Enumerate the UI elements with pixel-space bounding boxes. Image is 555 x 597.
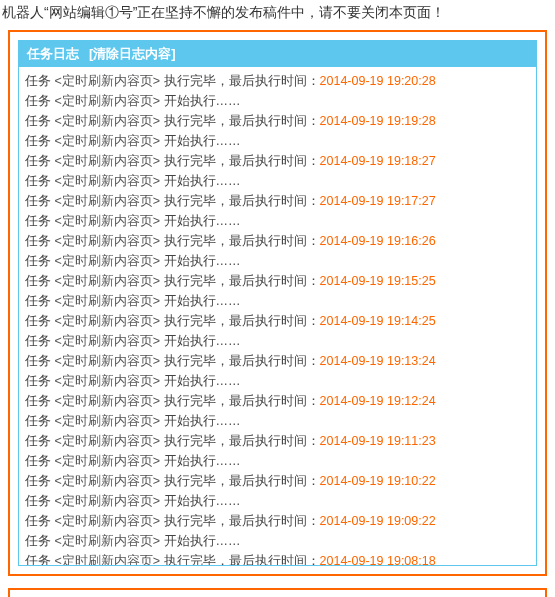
log-timestamp: 2014-09-19 19:17:27 [320, 194, 436, 208]
log-line: 任务 <定时刷新内容页> 执行完毕，最后执行时间：2014-09-19 19:1… [25, 191, 530, 211]
log-timestamp: 2014-09-19 19:09:22 [320, 514, 436, 528]
log-start-text: 开始执行…… [164, 334, 241, 348]
log-done-text: 执行完毕，最后执行时间： [164, 554, 320, 565]
log-task-prefix: 任务 [25, 334, 54, 348]
log-start-text: 开始执行…… [164, 374, 241, 388]
log-line: 任务 <定时刷新内容页> 开始执行…… [25, 411, 530, 431]
log-timestamp: 2014-09-19 19:20:28 [320, 74, 436, 88]
log-line: 任务 <定时刷新内容页> 开始执行…… [25, 131, 530, 151]
log-task-prefix: 任务 [25, 354, 54, 368]
log-line: 任务 <定时刷新内容页> 开始执行…… [25, 211, 530, 231]
log-task-prefix: 任务 [25, 454, 54, 468]
log-timestamp: 2014-09-19 19:18:27 [320, 154, 436, 168]
log-task-name: <定时刷新内容页> [54, 354, 163, 368]
log-timestamp: 2014-09-19 19:08:18 [320, 554, 436, 565]
log-start-text: 开始执行…… [164, 134, 241, 148]
log-line: 任务 <定时刷新内容页> 执行完毕，最后执行时间：2014-09-19 19:1… [25, 391, 530, 411]
log-done-text: 执行完毕，最后执行时间： [164, 234, 320, 248]
log-start-text: 开始执行…… [164, 294, 241, 308]
log-task-prefix: 任务 [25, 474, 54, 488]
log-task-name: <定时刷新内容页> [54, 374, 163, 388]
log-start-text: 开始执行…… [164, 414, 241, 428]
log-line: 任务 <定时刷新内容页> 执行完毕，最后执行时间：2014-09-19 19:1… [25, 311, 530, 331]
log-task-prefix: 任务 [25, 174, 54, 188]
robot-status-notice: 机器人“网站编辑①号”正在坚持不懈的发布稿件中，请不要关闭本页面！ [0, 0, 555, 30]
log-line: 任务 <定时刷新内容页> 开始执行…… [25, 491, 530, 511]
log-task-name: <定时刷新内容页> [54, 294, 163, 308]
log-task-name: <定时刷新内容页> [54, 454, 163, 468]
log-task-prefix: 任务 [25, 554, 54, 565]
log-task-prefix: 任务 [25, 154, 54, 168]
log-task-name: <定时刷新内容页> [54, 214, 163, 228]
log-task-prefix: 任务 [25, 114, 54, 128]
log-line: 任务 <定时刷新内容页> 执行完毕，最后执行时间：2014-09-19 19:0… [25, 551, 530, 565]
log-line: 任务 <定时刷新内容页> 执行完毕，最后执行时间：2014-09-19 19:1… [25, 431, 530, 451]
log-line: 任务 <定时刷新内容页> 执行完毕，最后执行时间：2014-09-19 19:1… [25, 151, 530, 171]
log-line: 任务 <定时刷新内容页> 执行完毕，最后执行时间：2014-09-19 19:1… [25, 231, 530, 251]
log-task-name: <定时刷新内容页> [54, 94, 163, 108]
log-done-text: 执行完毕，最后执行时间： [164, 354, 320, 368]
log-task-name: <定时刷新内容页> [54, 254, 163, 268]
log-task-name: <定时刷新内容页> [54, 534, 163, 548]
log-done-text: 执行完毕，最后执行时间： [164, 194, 320, 208]
log-task-name: <定时刷新内容页> [54, 514, 163, 528]
log-timestamp: 2014-09-19 19:10:22 [320, 474, 436, 488]
log-done-text: 执行完毕，最后执行时间： [164, 314, 320, 328]
log-task-prefix: 任务 [25, 134, 54, 148]
log-panel: 任务日志 [清除日志内容] 任务 <定时刷新内容页> 执行完毕，最后执行时间：2… [8, 30, 547, 576]
log-task-name: <定时刷新内容页> [54, 154, 163, 168]
log-task-prefix: 任务 [25, 74, 54, 88]
current-time-panel: 2014-09-19 19:19:56 [8, 588, 547, 597]
log-task-name: <定时刷新内容页> [54, 434, 163, 448]
log-task-prefix: 任务 [25, 94, 54, 108]
log-task-name: <定时刷新内容页> [54, 554, 163, 565]
log-task-prefix: 任务 [25, 434, 54, 448]
log-line: 任务 <定时刷新内容页> 开始执行…… [25, 171, 530, 191]
log-line: 任务 <定时刷新内容页> 开始执行…… [25, 291, 530, 311]
log-line: 任务 <定时刷新内容页> 执行完毕，最后执行时间：2014-09-19 19:1… [25, 271, 530, 291]
log-start-text: 开始执行…… [164, 494, 241, 508]
log-start-text: 开始执行…… [164, 174, 241, 188]
log-task-prefix: 任务 [25, 534, 54, 548]
log-box: 任务日志 [清除日志内容] 任务 <定时刷新内容页> 执行完毕，最后执行时间：2… [18, 40, 537, 566]
log-task-name: <定时刷新内容页> [54, 134, 163, 148]
log-timestamp: 2014-09-19 19:19:28 [320, 114, 436, 128]
log-timestamp: 2014-09-19 19:14:25 [320, 314, 436, 328]
log-start-text: 开始执行…… [164, 94, 241, 108]
log-task-prefix: 任务 [25, 194, 54, 208]
log-task-prefix: 任务 [25, 374, 54, 388]
log-done-text: 执行完毕，最后执行时间： [164, 474, 320, 488]
log-line: 任务 <定时刷新内容页> 执行完毕，最后执行时间：2014-09-19 19:0… [25, 511, 530, 531]
log-timestamp: 2014-09-19 19:16:26 [320, 234, 436, 248]
log-line: 任务 <定时刷新内容页> 执行完毕，最后执行时间：2014-09-19 19:2… [25, 71, 530, 91]
log-line: 任务 <定时刷新内容页> 开始执行…… [25, 371, 530, 391]
log-timestamp: 2014-09-19 19:11:23 [320, 434, 436, 448]
log-line: 任务 <定时刷新内容页> 执行完毕，最后执行时间：2014-09-19 19:1… [25, 111, 530, 131]
log-task-prefix: 任务 [25, 394, 54, 408]
log-task-prefix: 任务 [25, 294, 54, 308]
log-task-name: <定时刷新内容页> [54, 414, 163, 428]
log-timestamp: 2014-09-19 19:15:25 [320, 274, 436, 288]
log-line: 任务 <定时刷新内容页> 开始执行…… [25, 331, 530, 351]
log-line: 任务 <定时刷新内容页> 执行完毕，最后执行时间：2014-09-19 19:1… [25, 351, 530, 371]
log-start-text: 开始执行…… [164, 454, 241, 468]
log-start-text: 开始执行…… [164, 214, 241, 228]
log-task-name: <定时刷新内容页> [54, 174, 163, 188]
log-done-text: 执行完毕，最后执行时间： [164, 434, 320, 448]
log-line: 任务 <定时刷新内容页> 开始执行…… [25, 251, 530, 271]
log-done-text: 执行完毕，最后执行时间： [164, 514, 320, 528]
log-start-text: 开始执行…… [164, 254, 241, 268]
log-task-name: <定时刷新内容页> [54, 234, 163, 248]
log-line: 任务 <定时刷新内容页> 执行完毕，最后执行时间：2014-09-19 19:1… [25, 471, 530, 491]
log-line: 任务 <定时刷新内容页> 开始执行…… [25, 91, 530, 111]
log-done-text: 执行完毕，最后执行时间： [164, 114, 320, 128]
log-task-name: <定时刷新内容页> [54, 494, 163, 508]
clear-log-button[interactable]: [清除日志内容] [89, 45, 176, 63]
log-done-text: 执行完毕，最后执行时间： [164, 274, 320, 288]
log-body[interactable]: 任务 <定时刷新内容页> 执行完毕，最后执行时间：2014-09-19 19:2… [19, 67, 536, 565]
log-done-text: 执行完毕，最后执行时间： [164, 154, 320, 168]
log-task-prefix: 任务 [25, 414, 54, 428]
log-task-prefix: 任务 [25, 514, 54, 528]
log-start-text: 开始执行…… [164, 534, 241, 548]
log-task-prefix: 任务 [25, 254, 54, 268]
